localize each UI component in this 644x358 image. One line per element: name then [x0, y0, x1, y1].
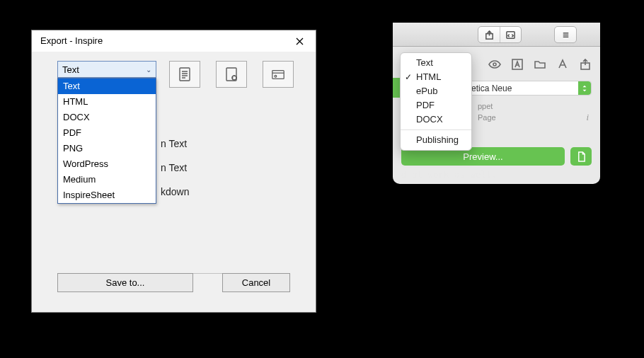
window-icon — [271, 67, 285, 82]
export-menu-item[interactable]: Text — [401, 56, 471, 70]
svg-rect-6 — [507, 31, 514, 37]
body-text-fragment: n Text — [161, 138, 187, 149]
mac-inspector-window: etica Neue ppet Page i TextHTMLePubPDFDO… — [393, 23, 600, 184]
cancel-label: Cancel — [242, 277, 270, 288]
code-icon — [505, 30, 516, 40]
label-fragment: ppet — [478, 102, 493, 110]
document-icon — [577, 151, 586, 162]
svg-rect-3 — [272, 71, 284, 79]
svg-rect-1 — [226, 68, 236, 81]
export-menu-item[interactable]: PDF — [401, 98, 471, 112]
close-button[interactable] — [283, 30, 316, 52]
export-menu-item[interactable]: DOCX — [401, 112, 471, 127]
svg-point-7 — [493, 63, 496, 66]
cancel-button[interactable]: Cancel — [222, 273, 290, 292]
text-a-icon[interactable] — [556, 58, 569, 73]
info-icon[interactable]: i — [586, 112, 589, 123]
chevron-down-icon: ⌄ — [146, 66, 151, 74]
format-option[interactable]: WordPress — [58, 156, 156, 172]
format-option[interactable]: DOCX — [58, 110, 156, 125]
format-option[interactable]: Text — [58, 79, 156, 94]
dialog-body: Text ⌄ TextHTMLDOCXPDFPNGWordPressMedium… — [32, 52, 316, 312]
terminal-text-fragment: d at work as well. — [401, 170, 497, 180]
mac-toolbar — [393, 23, 600, 47]
toolbar-group-a — [478, 26, 522, 43]
list-icon — [560, 30, 571, 40]
export-menu-item-publishing[interactable]: Publishing — [401, 133, 471, 147]
format-option[interactable]: PDF — [58, 125, 156, 141]
save-to-button[interactable]: Save to... — [57, 273, 193, 292]
share-icon[interactable] — [579, 58, 592, 73]
dialog-title: Export - Inspire — [40, 35, 103, 46]
toolbar-group-b — [554, 26, 577, 43]
export-format-menu[interactable]: TextHTMLePubPDFDOCXPublishing — [400, 52, 472, 151]
format-option[interactable]: Medium — [58, 172, 156, 187]
export-up-icon — [484, 30, 495, 40]
dialog-titlebar: Export - Inspire — [32, 30, 316, 52]
export-menu-item[interactable]: HTML — [401, 70, 471, 84]
font-picker-stepper[interactable] — [578, 81, 591, 95]
toolbar-button[interactable] — [555, 27, 576, 42]
export-mode-button-2[interactable] — [216, 61, 247, 88]
format-option[interactable]: InspireSheet — [58, 187, 156, 203]
inspector-icon-strip — [488, 58, 592, 73]
export-mode-button-3[interactable] — [263, 61, 294, 88]
folder-icon[interactable] — [534, 58, 546, 73]
page-gear-icon — [224, 67, 238, 82]
preview-label: Preview... — [463, 151, 502, 162]
format-combobox-value: Text — [62, 64, 79, 75]
label-fragment: Page — [478, 113, 496, 122]
save-to-label: Save to... — [106, 277, 145, 288]
toolbar-button[interactable] — [500, 27, 521, 42]
close-icon — [296, 37, 304, 45]
body-text-fragment: n Text — [161, 162, 187, 173]
export-mode-button-1[interactable] — [169, 61, 200, 88]
menu-separator — [401, 129, 471, 130]
format-option[interactable]: HTML — [58, 94, 156, 110]
mac-inspector-body: etica Neue ppet Page i TextHTMLePubPDFDO… — [393, 47, 600, 184]
stepper-icon — [582, 85, 587, 92]
format-combobox[interactable]: Text ⌄ — [57, 61, 156, 78]
export-dialog: Export - Inspire Text ⌄ TextHTMLDOCXPDFP… — [31, 30, 316, 313]
text-format-icon[interactable] — [511, 58, 524, 73]
export-menu-item[interactable]: ePub — [401, 84, 471, 98]
eye-icon[interactable] — [488, 58, 501, 73]
font-picker-value: etica Neue — [466, 83, 578, 93]
body-text-fragment: kdown — [161, 186, 189, 197]
font-picker[interactable]: etica Neue — [465, 81, 592, 96]
preview-doc-button[interactable] — [570, 147, 592, 166]
svg-point-4 — [275, 75, 277, 77]
svg-rect-0 — [180, 68, 190, 81]
format-combobox-list[interactable]: TextHTMLDOCXPDFPNGWordPressMediumInspire… — [57, 78, 156, 204]
toolbar-button[interactable] — [478, 27, 500, 42]
format-option[interactable]: PNG — [58, 141, 156, 156]
page-icon — [178, 67, 192, 82]
